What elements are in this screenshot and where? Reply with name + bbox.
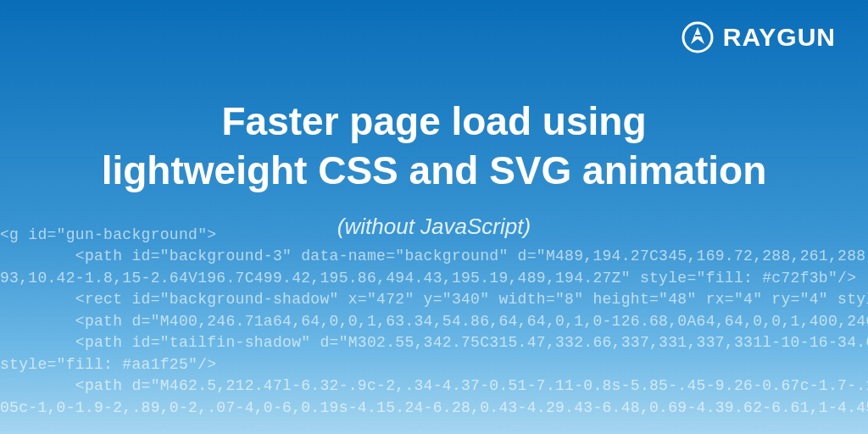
code-line: <rect id="background-shadow" x="472" y="… <box>0 291 868 308</box>
code-line: 93,10.42-1.8,15-2.64V196.7C499.42,195.86… <box>0 270 856 287</box>
code-line: <g id="gun-background"> <box>0 226 216 243</box>
title-line-2: lightweight CSS and SVG animation <box>51 147 817 196</box>
code-line: <path id="background-3" data-name="backg… <box>0 248 868 264</box>
code-line: <path d="M400,246.71a64,64,0,0,1,63.34,5… <box>0 313 868 330</box>
title-line-1: Faster page load using <box>51 97 817 147</box>
brand-logo: RAYGUN <box>681 20 836 54</box>
raygun-icon <box>681 20 715 54</box>
decorative-code: <g id="gun-background"> <path id="backgr… <box>0 203 868 434</box>
code-line: <path id="tailfin-shadow" d="M302.55,342… <box>0 334 868 351</box>
code-line: 05c-1,0-1.9-2,.89,0-2,.07-4,0-6,0.19s-4.… <box>0 399 868 416</box>
brand-name: RAYGUN <box>723 23 836 52</box>
hero-banner: RAYGUN Faster page load using lightweigh… <box>0 0 868 434</box>
code-line: style="fill: #aa1f25"/> <box>0 356 216 373</box>
code-line: <path d="M462.5,212.47l-6.32-.9c-2,.34-4… <box>0 377 868 394</box>
